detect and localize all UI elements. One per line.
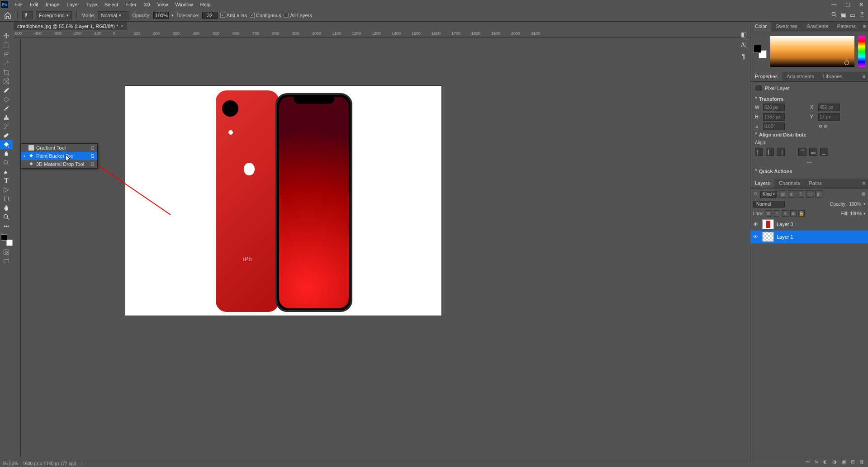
filter-toggle[interactable] [862,192,865,196]
panel-menu-icon[interactable]: ≡ [860,22,868,31]
flyout-3d-material-drop-tool[interactable]: 3D Material Drop Tool G [21,160,97,168]
tab-paths[interactable]: Paths [805,179,826,188]
hand-tool[interactable] [0,203,13,212]
tab-swatches[interactable]: Swatches [771,22,802,31]
color-swatches[interactable] [1,234,13,246]
blur-tool[interactable] [0,149,13,158]
more-options-icon[interactable]: ••• [755,158,863,167]
lock-all[interactable]: 🔒 [798,210,805,217]
angle-input[interactable] [763,123,785,130]
menu-filter[interactable]: Filter [122,0,140,9]
group-icon[interactable]: ▣ [840,458,847,465]
menu-type[interactable]: Type [83,0,101,9]
horizontal-ruler[interactable]: -500-400-300-200-10001002003004005006007… [14,31,750,38]
tab-adjustments[interactable]: Adjustments [782,72,819,81]
flyout-paint-bucket-tool[interactable]: • Paint Bucket Tool G [21,152,97,160]
tab-layers[interactable]: Layers [750,179,774,188]
contiguous-checkbox[interactable]: Contiguous [250,13,281,18]
document-tab[interactable]: ctrediphone.jpg @ 55.6% (Layer 1, RGB/8#… [14,22,127,30]
fill-source-dropdown[interactable]: Foreground [36,11,72,19]
tab-libraries[interactable]: Libraries [819,72,847,81]
edit-toolbar[interactable]: ••• [0,222,13,231]
menu-layer[interactable]: Layer [63,0,83,9]
maximize-button[interactable]: ▢ [841,0,854,9]
adjustment-layer-icon[interactable]: ◑ [831,458,838,465]
layer-row[interactable]: 👁 Layer 0 [750,218,868,231]
menu-view[interactable]: View [154,0,172,9]
lock-position[interactable]: ✥ [782,210,788,217]
filter-adjustment-icon[interactable]: ◐ [788,190,795,198]
lock-transparency[interactable]: ▦ [766,210,772,217]
shape-tool[interactable] [0,194,13,203]
tab-color[interactable]: Color [750,22,771,31]
pen-tool[interactable] [0,167,13,176]
collapsed-paragraph-icon[interactable]: ¶ [742,52,745,60]
transform-section[interactable]: Transform [755,94,863,104]
antialias-checkbox[interactable]: Anti-alias [220,13,247,18]
align-center-v[interactable]: ▬ [809,148,817,156]
filter-pixel-icon[interactable]: ▦ [779,190,786,198]
menu-file[interactable]: File [11,0,26,9]
x-input[interactable] [818,104,840,111]
width-input[interactable] [763,104,785,111]
move-tool[interactable] [0,32,13,41]
menu-edit[interactable]: Edit [26,0,42,9]
stamp-tool[interactable] [0,113,13,122]
new-layer-icon[interactable]: ⊞ [849,458,856,465]
link-layers-icon[interactable]: ⚯ [804,458,811,465]
brush-tool[interactable] [0,104,13,113]
frame-tool[interactable] [0,77,13,86]
tolerance-value[interactable]: 32 [202,12,218,19]
all-layers-checkbox[interactable]: All Layers [284,13,312,18]
history-brush-tool[interactable] [0,122,13,131]
layer-row[interactable]: 👁 Layer 1 [750,231,868,243]
crop-tool[interactable] [0,68,13,77]
filter-type-icon[interactable]: T [797,190,804,198]
layer-filter-kind[interactable]: Kind▾ [760,191,777,198]
delete-layer-icon[interactable]: 🗑 [858,458,865,465]
zoom-tool[interactable] [0,212,13,222]
vertical-ruler[interactable] [14,38,21,458]
document-info[interactable]: 1600 px x 1160 px (72 ppi) [23,461,76,466]
flyout-gradient-tool[interactable]: Gradient Tool G [21,144,97,152]
filter-smart-icon[interactable]: ◧ [815,190,822,198]
close-tab-icon[interactable]: × [121,24,123,28]
align-center-h[interactable]: ▎ [766,148,774,156]
document-canvas[interactable]: iPh [125,86,441,316]
menu-image[interactable]: Image [42,0,63,9]
lasso-tool[interactable] [0,50,13,59]
collapsed-character-icon[interactable]: A| [741,42,747,49]
tab-channels[interactable]: Channels [774,179,804,188]
eyedropper-tool[interactable] [0,86,13,95]
tab-gradients[interactable]: Gradients [802,22,833,31]
path-tool[interactable] [0,185,13,194]
lock-image[interactable]: ✎ [774,210,780,217]
layer-name[interactable]: Layer 0 [777,222,793,227]
y-input[interactable] [818,113,840,121]
arrange-icon[interactable]: ▣ [841,12,846,19]
collapsed-icon[interactable]: ◧ [741,31,747,38]
panel-menu-icon[interactable]: ≡ [860,179,868,188]
filter-shape-icon[interactable]: ▭ [806,190,813,198]
layer-thumbnail[interactable] [762,232,774,242]
workspace-icon[interactable]: ▭ [850,12,855,19]
eraser-tool[interactable] [0,131,13,140]
height-input[interactable] [763,113,785,121]
visibility-toggle[interactable]: 👁 [753,234,759,240]
opacity-value[interactable]: 100% [153,12,169,19]
align-section[interactable]: Align and Distribute [755,130,863,139]
layer-name[interactable]: Layer 1 [777,234,793,240]
menu-3d[interactable]: 3D [140,0,154,9]
zoom-level[interactable]: 55.56% [3,461,18,466]
tab-properties[interactable]: Properties [750,72,782,81]
marquee-tool[interactable] [0,41,13,50]
healing-tool[interactable] [0,95,13,104]
layer-mask-icon[interactable]: ◐ [822,458,829,465]
color-spectrum[interactable] [770,36,854,67]
menu-select[interactable]: Select [101,0,122,9]
home-icon[interactable] [3,11,13,19]
foreground-color[interactable] [1,234,7,241]
layer-thumbnail[interactable] [762,219,774,229]
color-swatch-pair[interactable] [753,45,767,58]
minimize-button[interactable]: — [827,0,841,9]
